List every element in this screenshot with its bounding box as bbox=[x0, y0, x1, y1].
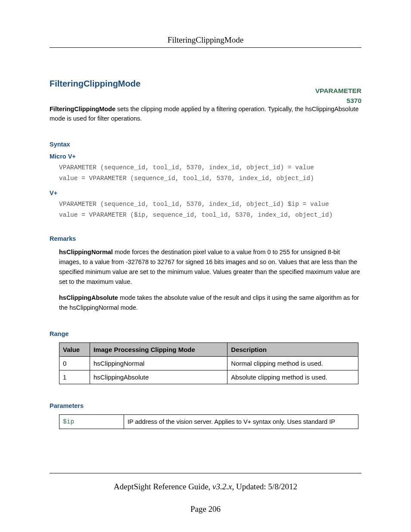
remarks-p2-bold: hsClippingAbsolute bbox=[59, 294, 118, 301]
remarks-p2: hsClippingAbsolute mode takes the absolu… bbox=[59, 293, 361, 313]
footer-updated: , Updated: 5/8/2012 bbox=[232, 482, 297, 491]
remarks-p1: hsClippingNormal mode forces the destina… bbox=[59, 247, 361, 287]
range-th-mode: Image Processing Clipping Mode bbox=[90, 342, 227, 356]
range-heading: Range bbox=[50, 330, 361, 337]
page-content: FilteringClippingMode FilteringClippingM… bbox=[0, 0, 411, 429]
range-header-row: Value Image Processing Clipping Mode Des… bbox=[59, 342, 358, 356]
vplus-code: VPARAMETER (sequence_id, tool_id, 5370, … bbox=[59, 199, 361, 220]
parameters-table: $ip IP address of the vision server. App… bbox=[59, 414, 358, 429]
parameters-heading: Parameters bbox=[50, 402, 361, 409]
range-th-desc: Description bbox=[227, 342, 358, 356]
remarks-heading: Remarks bbox=[50, 235, 361, 242]
vparameter-badge: VPARAMETER 5370 bbox=[315, 86, 361, 106]
remarks-p1-bold: hsClippingNormal bbox=[59, 249, 113, 255]
footer-rule bbox=[50, 473, 361, 473]
range-cell: Normal clipping method is used. bbox=[227, 356, 358, 370]
remarks-body: hsClippingNormal mode forces the destina… bbox=[59, 247, 361, 313]
page-footer: AdeptSight Reference Guide, v3.2.x, Upda… bbox=[0, 473, 411, 514]
micro-vplus-label: Micro V+ bbox=[50, 153, 361, 160]
footer-guide: AdeptSight Reference Guide bbox=[114, 482, 208, 491]
range-th-value: Value bbox=[59, 342, 90, 356]
footer-page-number: Page 206 bbox=[0, 504, 411, 514]
range-cell: hsClippingNormal bbox=[90, 356, 227, 370]
vplus-label: V+ bbox=[50, 190, 361, 196]
range-table: Value Image Processing Clipping Mode Des… bbox=[59, 342, 358, 384]
range-cell: 0 bbox=[59, 356, 90, 370]
page-title: FilteringClippingMode bbox=[50, 79, 361, 89]
param-name: $ip bbox=[59, 414, 124, 429]
intro-bold: FilteringClippingMode bbox=[50, 106, 115, 112]
intro-paragraph: FilteringClippingMode sets the clipping … bbox=[50, 104, 361, 124]
table-row: 0 hsClippingNormal Normal clipping metho… bbox=[59, 356, 358, 370]
vparameter-number: 5370 bbox=[315, 96, 361, 106]
range-cell: 1 bbox=[59, 370, 90, 384]
table-row: $ip IP address of the vision server. App… bbox=[59, 414, 358, 429]
running-header: FilteringClippingMode bbox=[50, 35, 361, 45]
header-rule bbox=[50, 47, 361, 48]
range-cell: hsClippingAbsolute bbox=[90, 370, 227, 384]
range-cell: Absolute clipping method is used. bbox=[227, 370, 358, 384]
vparameter-label: VPARAMETER bbox=[315, 86, 361, 96]
syntax-section: Syntax Micro V+ VPARAMETER (sequence_id,… bbox=[50, 141, 361, 221]
micro-vplus-code: VPARAMETER (sequence_id, tool_id, 5370, … bbox=[59, 162, 361, 184]
param-desc: IP address of the vision server. Applies… bbox=[124, 414, 358, 429]
footer-version: , v3.2.x bbox=[209, 482, 232, 491]
syntax-heading: Syntax bbox=[50, 141, 361, 148]
footer-guide-line: AdeptSight Reference Guide, v3.2.x, Upda… bbox=[0, 482, 411, 492]
table-row: 1 hsClippingAbsolute Absolute clipping m… bbox=[59, 370, 358, 384]
title-block: FilteringClippingMode VPARAMETER 5370 bbox=[50, 79, 361, 89]
